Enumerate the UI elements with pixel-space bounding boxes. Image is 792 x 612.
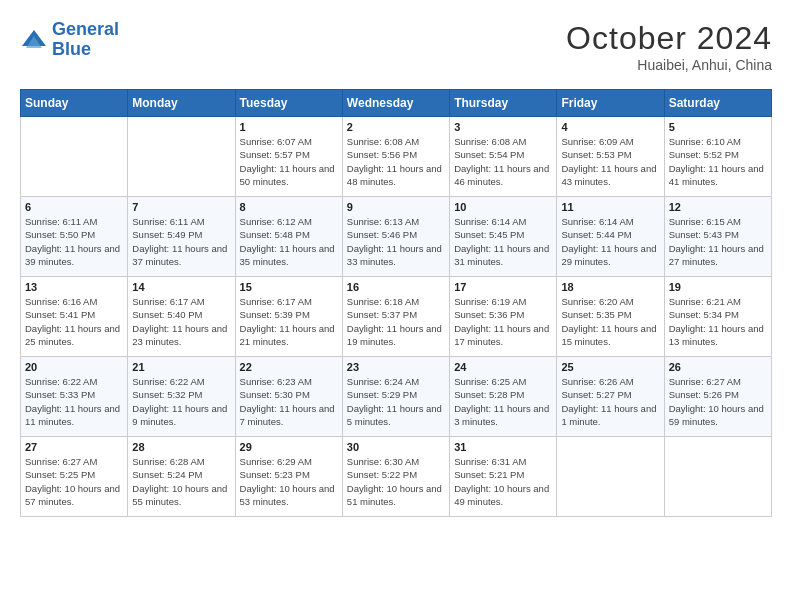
calendar-cell: 20Sunrise: 6:22 AM Sunset: 5:33 PM Dayli… [21,357,128,437]
location: Huaibei, Anhui, China [566,57,772,73]
day-number: 12 [669,201,767,213]
day-info: Sunrise: 6:28 AM Sunset: 5:24 PM Dayligh… [132,455,230,508]
logo-line2: Blue [52,39,91,59]
calendar-cell: 25Sunrise: 6:26 AM Sunset: 5:27 PM Dayli… [557,357,664,437]
calendar-cell: 14Sunrise: 6:17 AM Sunset: 5:40 PM Dayli… [128,277,235,357]
day-number: 1 [240,121,338,133]
day-info: Sunrise: 6:19 AM Sunset: 5:36 PM Dayligh… [454,295,552,348]
day-info: Sunrise: 6:15 AM Sunset: 5:43 PM Dayligh… [669,215,767,268]
calendar-cell: 26Sunrise: 6:27 AM Sunset: 5:26 PM Dayli… [664,357,771,437]
day-info: Sunrise: 6:25 AM Sunset: 5:28 PM Dayligh… [454,375,552,428]
calendar-cell: 13Sunrise: 6:16 AM Sunset: 5:41 PM Dayli… [21,277,128,357]
month-title: October 2024 [566,20,772,57]
day-number: 8 [240,201,338,213]
day-number: 9 [347,201,445,213]
day-info: Sunrise: 6:26 AM Sunset: 5:27 PM Dayligh… [561,375,659,428]
day-info: Sunrise: 6:29 AM Sunset: 5:23 PM Dayligh… [240,455,338,508]
day-number: 14 [132,281,230,293]
day-number: 16 [347,281,445,293]
day-number: 31 [454,441,552,453]
logo-line1: General [52,19,119,39]
calendar-cell: 21Sunrise: 6:22 AM Sunset: 5:32 PM Dayli… [128,357,235,437]
calendar-cell: 3Sunrise: 6:08 AM Sunset: 5:54 PM Daylig… [450,117,557,197]
title-block: October 2024 Huaibei, Anhui, China [566,20,772,73]
calendar-cell: 2Sunrise: 6:08 AM Sunset: 5:56 PM Daylig… [342,117,449,197]
day-info: Sunrise: 6:13 AM Sunset: 5:46 PM Dayligh… [347,215,445,268]
calendar-week-row: 13Sunrise: 6:16 AM Sunset: 5:41 PM Dayli… [21,277,772,357]
weekday-header: Saturday [664,90,771,117]
day-number: 15 [240,281,338,293]
calendar-cell: 8Sunrise: 6:12 AM Sunset: 5:48 PM Daylig… [235,197,342,277]
page-header: General Blue October 2024 Huaibei, Anhui… [20,20,772,73]
calendar-cell: 5Sunrise: 6:10 AM Sunset: 5:52 PM Daylig… [664,117,771,197]
day-info: Sunrise: 6:14 AM Sunset: 5:44 PM Dayligh… [561,215,659,268]
calendar-cell: 23Sunrise: 6:24 AM Sunset: 5:29 PM Dayli… [342,357,449,437]
calendar-week-row: 6Sunrise: 6:11 AM Sunset: 5:50 PM Daylig… [21,197,772,277]
day-number: 26 [669,361,767,373]
calendar-cell: 17Sunrise: 6:19 AM Sunset: 5:36 PM Dayli… [450,277,557,357]
day-info: Sunrise: 6:27 AM Sunset: 5:25 PM Dayligh… [25,455,123,508]
day-info: Sunrise: 6:09 AM Sunset: 5:53 PM Dayligh… [561,135,659,188]
calendar-week-row: 1Sunrise: 6:07 AM Sunset: 5:57 PM Daylig… [21,117,772,197]
day-info: Sunrise: 6:07 AM Sunset: 5:57 PM Dayligh… [240,135,338,188]
day-number: 28 [132,441,230,453]
calendar-cell [21,117,128,197]
day-number: 19 [669,281,767,293]
day-info: Sunrise: 6:14 AM Sunset: 5:45 PM Dayligh… [454,215,552,268]
day-number: 23 [347,361,445,373]
day-info: Sunrise: 6:23 AM Sunset: 5:30 PM Dayligh… [240,375,338,428]
day-info: Sunrise: 6:20 AM Sunset: 5:35 PM Dayligh… [561,295,659,348]
day-info: Sunrise: 6:31 AM Sunset: 5:21 PM Dayligh… [454,455,552,508]
calendar-cell: 24Sunrise: 6:25 AM Sunset: 5:28 PM Dayli… [450,357,557,437]
calendar-week-row: 27Sunrise: 6:27 AM Sunset: 5:25 PM Dayli… [21,437,772,517]
day-info: Sunrise: 6:21 AM Sunset: 5:34 PM Dayligh… [669,295,767,348]
calendar-cell: 29Sunrise: 6:29 AM Sunset: 5:23 PM Dayli… [235,437,342,517]
day-info: Sunrise: 6:11 AM Sunset: 5:50 PM Dayligh… [25,215,123,268]
day-number: 29 [240,441,338,453]
calendar-cell: 6Sunrise: 6:11 AM Sunset: 5:50 PM Daylig… [21,197,128,277]
calendar-cell: 19Sunrise: 6:21 AM Sunset: 5:34 PM Dayli… [664,277,771,357]
calendar-cell: 15Sunrise: 6:17 AM Sunset: 5:39 PM Dayli… [235,277,342,357]
day-number: 24 [454,361,552,373]
day-number: 20 [25,361,123,373]
day-number: 25 [561,361,659,373]
weekday-header: Sunday [21,90,128,117]
day-number: 7 [132,201,230,213]
day-number: 27 [25,441,123,453]
day-number: 13 [25,281,123,293]
calendar-cell [664,437,771,517]
calendar-table: SundayMondayTuesdayWednesdayThursdayFrid… [20,89,772,517]
calendar-cell [557,437,664,517]
day-info: Sunrise: 6:17 AM Sunset: 5:40 PM Dayligh… [132,295,230,348]
day-info: Sunrise: 6:11 AM Sunset: 5:49 PM Dayligh… [132,215,230,268]
day-info: Sunrise: 6:24 AM Sunset: 5:29 PM Dayligh… [347,375,445,428]
day-number: 2 [347,121,445,133]
weekday-header: Monday [128,90,235,117]
calendar-cell: 31Sunrise: 6:31 AM Sunset: 5:21 PM Dayli… [450,437,557,517]
day-number: 21 [132,361,230,373]
calendar-cell: 1Sunrise: 6:07 AM Sunset: 5:57 PM Daylig… [235,117,342,197]
weekday-header-row: SundayMondayTuesdayWednesdayThursdayFrid… [21,90,772,117]
day-info: Sunrise: 6:08 AM Sunset: 5:56 PM Dayligh… [347,135,445,188]
logo-text: General Blue [52,20,119,60]
day-info: Sunrise: 6:18 AM Sunset: 5:37 PM Dayligh… [347,295,445,348]
day-number: 30 [347,441,445,453]
day-info: Sunrise: 6:10 AM Sunset: 5:52 PM Dayligh… [669,135,767,188]
day-number: 3 [454,121,552,133]
weekday-header: Wednesday [342,90,449,117]
day-number: 10 [454,201,552,213]
calendar-cell: 4Sunrise: 6:09 AM Sunset: 5:53 PM Daylig… [557,117,664,197]
day-info: Sunrise: 6:22 AM Sunset: 5:32 PM Dayligh… [132,375,230,428]
calendar-cell: 11Sunrise: 6:14 AM Sunset: 5:44 PM Dayli… [557,197,664,277]
day-info: Sunrise: 6:08 AM Sunset: 5:54 PM Dayligh… [454,135,552,188]
calendar-cell: 12Sunrise: 6:15 AM Sunset: 5:43 PM Dayli… [664,197,771,277]
day-number: 22 [240,361,338,373]
day-info: Sunrise: 6:16 AM Sunset: 5:41 PM Dayligh… [25,295,123,348]
calendar-cell [128,117,235,197]
weekday-header: Friday [557,90,664,117]
weekday-header: Tuesday [235,90,342,117]
day-info: Sunrise: 6:12 AM Sunset: 5:48 PM Dayligh… [240,215,338,268]
weekday-header: Thursday [450,90,557,117]
logo-icon [20,26,48,54]
calendar-cell: 30Sunrise: 6:30 AM Sunset: 5:22 PM Dayli… [342,437,449,517]
